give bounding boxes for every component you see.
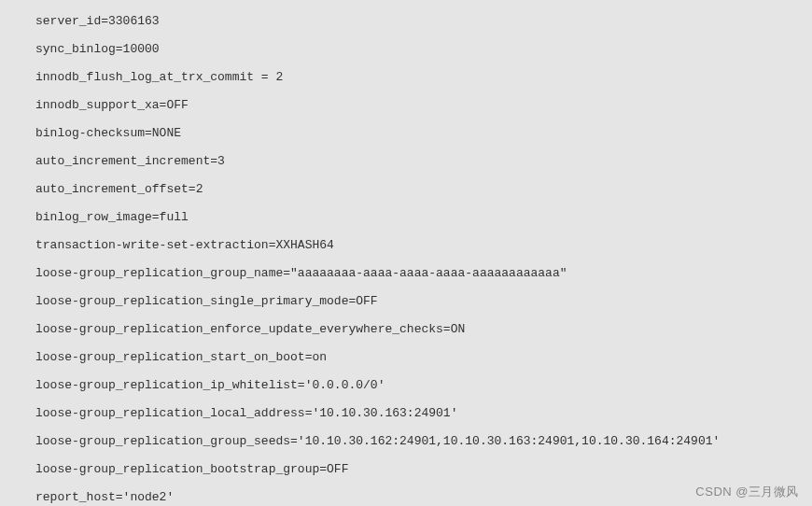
config-line: binlog_row_image=full [26, 204, 812, 232]
config-line: loose-group_replication_start_on_boot=on [26, 344, 812, 372]
config-line: loose-group_replication_group_seeds='10.… [26, 428, 812, 456]
code-block: server_id=3306163 sync_binlog=10000 inno… [0, 0, 812, 506]
config-line: server_id=3306163 [26, 7, 812, 35]
config-line: loose-group_replication_ip_whitelist='0.… [26, 372, 812, 400]
config-line: loose-group_replication_bootstrap_group=… [26, 456, 812, 484]
config-line: binlog-checksum=NONE [26, 119, 812, 148]
config-line: innodb_flush_log_at_trx_commit = 2 [26, 63, 812, 91]
config-line: transaction-write-set-extraction=XXHASH6… [26, 232, 812, 260]
config-line: loose-group_replication_local_address='1… [26, 400, 812, 428]
config-line: loose-group_replication_single_primary_m… [26, 288, 812, 316]
config-line: auto_increment_offset=2 [26, 176, 812, 204]
config-line: auto_increment_increment=3 [26, 148, 812, 176]
config-line: sync_binlog=10000 [26, 35, 812, 63]
config-line: innodb_support_xa=OFF [26, 91, 812, 119]
watermark: CSDN @三月微风 [695, 484, 799, 500]
config-line: report_host='node2' [26, 484, 812, 506]
config-line: loose-group_replication_group_name="aaaa… [26, 260, 812, 288]
config-line: loose-group_replication_enforce_update_e… [26, 316, 812, 344]
